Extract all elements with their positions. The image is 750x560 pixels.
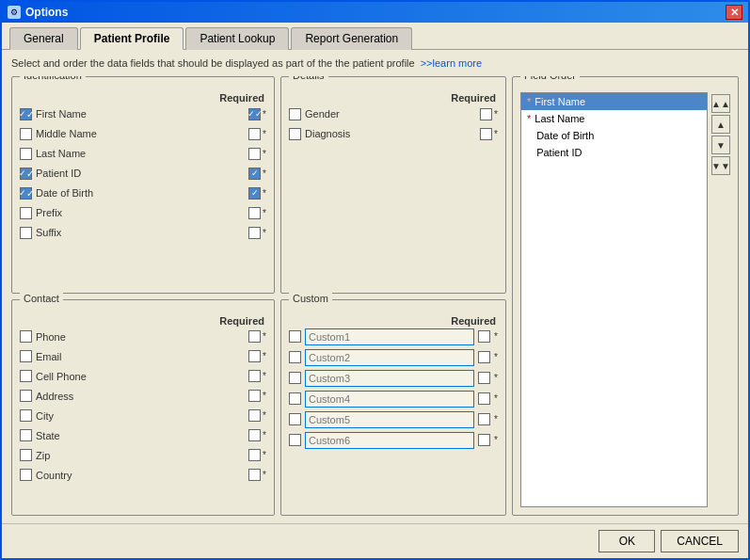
table-row: State * [20, 427, 266, 444]
ok-button[interactable]: OK [598, 530, 655, 552]
gender-label: Gender [305, 108, 340, 120]
list-item[interactable]: * First Name [521, 93, 707, 110]
zip-checkbox[interactable] [20, 449, 32, 461]
cell-phone-req-checkbox[interactable] [248, 370, 261, 382]
last-name-req-checkbox[interactable] [248, 148, 261, 160]
custom6-input[interactable] [305, 432, 474, 449]
state-checkbox[interactable] [20, 429, 32, 441]
custom6-checkbox[interactable] [289, 434, 301, 446]
close-button[interactable]: ✕ [726, 5, 742, 20]
custom4-input[interactable] [305, 391, 474, 408]
details-required-label: Required [289, 92, 498, 104]
country-req-checkbox[interactable] [248, 469, 261, 481]
contact-required-label: Required [20, 315, 266, 327]
table-row: Cell Phone * [20, 368, 266, 385]
diagnosis-checkbox[interactable] [289, 128, 301, 140]
move-bottom-button[interactable]: ▼▼ [711, 156, 730, 175]
custom4-checkbox[interactable] [289, 392, 301, 405]
custom2-checkbox[interactable] [289, 351, 301, 363]
middle-name-req-checkbox[interactable] [248, 128, 261, 140]
prefix-req-checkbox[interactable] [248, 207, 261, 219]
custom5-req-checkbox[interactable] [478, 413, 490, 425]
patient-id-checkbox[interactable]: ✓ [20, 168, 32, 180]
middle-name-checkbox[interactable] [20, 128, 32, 140]
suffix-req-checkbox[interactable] [248, 227, 261, 239]
address-req-checkbox[interactable] [248, 390, 261, 402]
subtitle: Select and order the data fields that sh… [11, 57, 739, 69]
list-item[interactable]: Date of Birth [521, 127, 707, 144]
move-down-button[interactable]: ▼ [711, 136, 730, 154]
diagnosis-req-checkbox[interactable] [480, 128, 492, 140]
custom3-input[interactable] [305, 370, 474, 387]
window-icon: ⚙ [8, 6, 21, 19]
zip-req-checkbox[interactable] [248, 449, 261, 461]
custom-title: Custom [289, 293, 332, 304]
table-row: Last Name * [20, 145, 266, 162]
phone-req-checkbox[interactable] [248, 330, 261, 343]
ident-required-label: Required [20, 92, 266, 104]
table-row: ✓ First Name ✓ * [20, 105, 266, 122]
address-label: Address [36, 391, 73, 402]
state-req-checkbox[interactable] [248, 429, 261, 441]
learn-more-link[interactable]: >>learn more [421, 57, 482, 69]
table-row: * [289, 411, 498, 428]
country-checkbox[interactable] [20, 469, 32, 481]
last-name-checkbox[interactable] [20, 148, 32, 160]
table-row: Prefix * [20, 204, 266, 221]
window-title: Options [25, 6, 68, 19]
field-order-panel: Field Order * First Name * Last Name [512, 76, 739, 516]
email-label: Email [36, 351, 62, 362]
dob-req-checkbox[interactable]: ✓ [248, 187, 261, 200]
suffix-label: Suffix [36, 227, 61, 238]
gender-req-checkbox[interactable] [480, 108, 492, 120]
custom1-input[interactable] [305, 328, 474, 345]
custom-required-label: Required [289, 315, 498, 327]
city-req-checkbox[interactable] [248, 409, 261, 422]
last-name-label: Last Name [36, 148, 86, 159]
custom4-req-checkbox[interactable] [478, 392, 490, 405]
patient-id-req-checkbox[interactable]: ✓ [248, 168, 261, 180]
table-row: Country * [20, 467, 266, 484]
table-row: Zip * [20, 447, 266, 464]
contact-title: Contact [20, 293, 63, 304]
table-row: Suffix * [20, 224, 266, 241]
list-item[interactable]: * Last Name [521, 110, 707, 127]
custom2-input[interactable] [305, 349, 474, 366]
custom3-checkbox[interactable] [289, 372, 301, 384]
move-top-button[interactable]: ▲▲ [711, 94, 730, 113]
custom6-req-checkbox[interactable] [478, 434, 490, 446]
phone-checkbox[interactable] [20, 330, 32, 343]
table-row: Address * [20, 388, 266, 405]
suffix-checkbox[interactable] [20, 227, 32, 239]
tab-patient-lookup[interactable]: Patient Lookup [185, 27, 289, 50]
custom3-req-checkbox[interactable] [478, 372, 490, 384]
first-name-checkbox[interactable]: ✓ [20, 108, 32, 120]
cell-phone-checkbox[interactable] [20, 370, 32, 382]
custom1-checkbox[interactable] [289, 330, 301, 343]
email-req-checkbox[interactable] [248, 350, 261, 362]
custom5-checkbox[interactable] [289, 413, 301, 425]
address-checkbox[interactable] [20, 390, 32, 402]
tab-patient-profile[interactable]: Patient Profile [80, 27, 184, 50]
tab-report-generation[interactable]: Report Generation [291, 27, 412, 50]
gender-checkbox[interactable] [289, 108, 301, 120]
custom2-req-checkbox[interactable] [478, 351, 490, 363]
first-name-req-checkbox[interactable]: ✓ [248, 108, 261, 120]
city-checkbox[interactable] [20, 409, 32, 422]
content-area: Select and order the data fields that sh… [2, 50, 748, 523]
tabs-bar: General Patient Profile Patient Lookup R… [2, 23, 748, 50]
custom5-input[interactable] [305, 411, 474, 428]
custom-panel: Custom Required * * [280, 299, 506, 517]
list-item[interactable]: Patient ID [521, 144, 707, 161]
country-label: Country [36, 470, 72, 481]
options-window: ⚙ Options ✕ General Patient Profile Pati… [0, 0, 750, 560]
move-up-button[interactable]: ▲ [711, 115, 730, 134]
cancel-button[interactable]: CANCEL [661, 530, 739, 552]
tab-general[interactable]: General [9, 27, 78, 50]
email-checkbox[interactable] [20, 350, 32, 362]
custom1-req-checkbox[interactable] [478, 330, 490, 343]
dob-checkbox[interactable]: ✓ [20, 187, 32, 200]
state-label: State [36, 430, 60, 441]
table-row: * [289, 370, 498, 387]
prefix-checkbox[interactable] [20, 207, 32, 219]
